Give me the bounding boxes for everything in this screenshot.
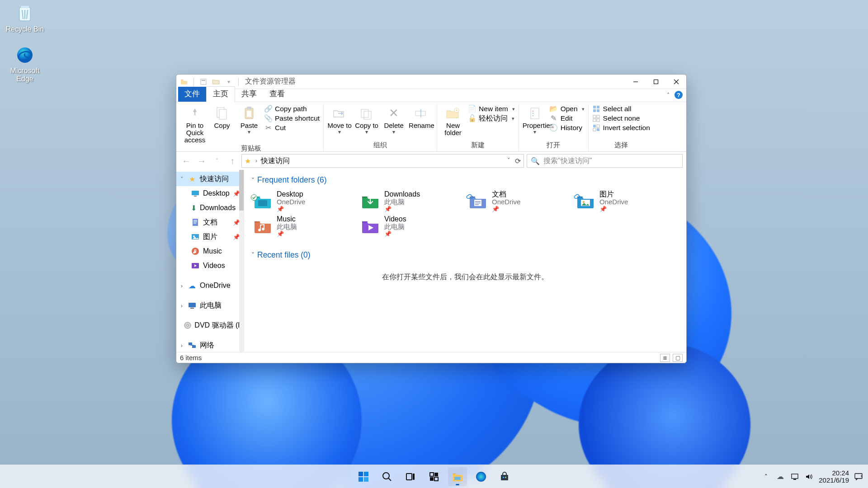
taskbar-clock[interactable]: 20:24 2021/6/19 — [819, 469, 849, 484]
cut-button[interactable]: ✂Cut — [264, 124, 320, 132]
breadcrumb-quick-access[interactable]: 快速访问 — [261, 156, 290, 166]
chevron-right-icon[interactable]: › — [179, 282, 184, 289]
chevron-down-icon[interactable]: ˅ — [179, 176, 184, 183]
tray-overflow-icon[interactable]: ˄ — [761, 472, 771, 482]
nav-back-button[interactable]: ← — [180, 155, 193, 167]
svg-rect-26 — [593, 109, 596, 112]
sidebar-dvd[interactable]: ›DVD 驱动器 (D:) — [176, 318, 244, 333]
refresh-icon[interactable]: ⟳ — [515, 157, 521, 165]
svg-point-23 — [532, 115, 533, 117]
edge-taskbar-button[interactable] — [472, 467, 491, 486]
folder-item-music[interactable]: Music此电脑📌 — [251, 214, 356, 238]
copy-path-button[interactable]: 🔗Copy path — [264, 105, 320, 113]
large-icons-view-button[interactable]: ▢ — [673, 354, 683, 362]
folder-item-downloads[interactable]: Downloads此电脑📌 — [359, 189, 464, 213]
delete-button[interactable]: ✕ Delete▾ — [382, 104, 406, 135]
chevron-right-icon[interactable]: › — [179, 342, 184, 349]
svg-text:1: 1 — [860, 474, 863, 478]
history-button[interactable]: 🕘History — [550, 124, 585, 132]
address-bar[interactable]: ★ › 快速访问 ˅ ⟳ — [241, 154, 524, 168]
tab-home[interactable]: 主页 — [206, 86, 235, 102]
edit-button[interactable]: ✎Edit — [550, 114, 585, 122]
sidebar-onedrive[interactable]: ›☁OneDrive — [176, 278, 244, 293]
sidebar-quick-access[interactable]: ˅ ★ 快速访问 — [176, 172, 244, 186]
qat-folder-icon[interactable] — [179, 77, 189, 87]
select-none-button[interactable]: Select none — [592, 114, 650, 122]
sidebar-scrollbar[interactable] — [239, 170, 244, 352]
maximize-button[interactable] — [646, 75, 666, 89]
properties-button[interactable]: Properties▾ — [523, 104, 547, 135]
svg-rect-35 — [597, 128, 599, 131]
folder-item-documents[interactable]: 文档OneDrive📌 — [467, 189, 571, 213]
pictures-icon — [191, 232, 200, 241]
svg-rect-39 — [193, 220, 197, 221]
paste-shortcut-button[interactable]: 📎Paste shortcut — [264, 114, 320, 122]
open-button[interactable]: 📂Open▾ — [550, 105, 585, 113]
qat-dropdown-icon[interactable]: ▾ — [224, 77, 234, 87]
svg-rect-29 — [597, 115, 599, 118]
invert-selection-button[interactable]: Invert selection — [592, 124, 650, 132]
svg-point-21 — [532, 111, 533, 112]
svg-rect-12 — [247, 107, 251, 109]
edge-icon[interactable]: Microsoft Edge — [5, 45, 45, 83]
nav-history-dropdown[interactable]: ˅ — [211, 155, 223, 167]
ribbon-collapse-icon[interactable]: ˄ — [667, 92, 670, 99]
qat-newfolder-icon[interactable] — [211, 77, 221, 87]
file-explorer-taskbar-button[interactable] — [448, 467, 467, 486]
folder-item-desktop[interactable]: DesktopOneDrive📌 — [251, 189, 356, 213]
pin-quick-access-button[interactable]: Pin to Quick access — [183, 104, 207, 143]
copy-to-button[interactable]: Copy to▾ — [354, 104, 379, 135]
move-to-button[interactable]: Move to▾ — [327, 104, 352, 135]
network-tray-icon[interactable] — [790, 472, 800, 482]
tab-share[interactable]: 共享 — [235, 87, 263, 102]
details-view-button[interactable]: ≣ — [660, 354, 670, 362]
sidebar-network[interactable]: ›网络 — [176, 338, 244, 352]
store-taskbar-button[interactable] — [495, 467, 514, 486]
recycle-bin-icon[interactable]: Recycle Bin — [5, 4, 45, 33]
volume-tray-icon[interactable] — [804, 472, 814, 482]
sidebar-item-videos[interactable]: Videos — [176, 258, 244, 273]
new-item-button[interactable]: 📄New item▾ — [468, 105, 515, 113]
copy-button[interactable]: Copy — [210, 104, 234, 129]
new-folder-button[interactable]: ✦ New folder — [441, 104, 465, 136]
notifications-tray-icon[interactable]: 1 — [854, 472, 863, 482]
onedrive-tray-icon[interactable]: ☁ — [775, 472, 785, 482]
search-button[interactable] — [377, 467, 396, 486]
start-button[interactable] — [354, 467, 373, 486]
recent-files-header[interactable]: ˅ Recent files (0) — [251, 250, 679, 260]
sidebar-item-documents[interactable]: 文档📌 — [176, 215, 244, 230]
svg-rect-36 — [192, 191, 199, 195]
sidebar-item-desktop[interactable]: Desktop📌 — [176, 186, 244, 201]
easy-access-button[interactable]: 🔓轻松访问▾ — [468, 114, 515, 122]
address-dropdown-icon[interactable]: ˅ — [507, 157, 510, 165]
nav-up-button[interactable]: ↑ — [226, 155, 239, 167]
nav-forward-button[interactable]: → — [195, 155, 208, 167]
search-box[interactable]: 🔍 — [527, 154, 683, 168]
folder-item-pictures[interactable]: 图片OneDrive📌 — [574, 189, 679, 213]
disc-icon — [184, 321, 191, 330]
videos-icon — [191, 261, 200, 270]
paste-button[interactable]: Paste ▾ — [237, 104, 261, 135]
recent-empty-message: 在你打开某些文件后，我们会在此处显示最新文件。 — [251, 272, 679, 282]
frequent-folders-header[interactable]: ˅ Frequent folders (6) — [251, 175, 679, 185]
svg-text:✦: ✦ — [455, 108, 458, 113]
sidebar-item-downloads[interactable]: ⬇Downloads📌 — [176, 201, 244, 215]
help-icon[interactable]: ? — [675, 91, 683, 99]
tab-view[interactable]: 查看 — [263, 87, 291, 102]
widgets-button[interactable] — [425, 467, 443, 486]
chevron-right-icon[interactable]: › — [179, 302, 184, 309]
close-button[interactable] — [666, 75, 686, 89]
folder-item-videos[interactable]: Videos此电脑📌 — [359, 214, 464, 238]
search-input[interactable] — [543, 157, 679, 165]
sidebar-item-pictures[interactable]: 图片📌 — [176, 230, 244, 244]
minimize-button[interactable] — [625, 75, 646, 89]
svg-rect-62 — [364, 472, 368, 476]
task-view-button[interactable] — [401, 467, 420, 486]
tab-file[interactable]: 文件 — [178, 87, 206, 102]
svg-rect-67 — [406, 474, 412, 480]
sidebar-this-pc[interactable]: ›此电脑 — [176, 298, 244, 313]
rename-button[interactable]: Rename — [409, 104, 433, 129]
qat-properties-icon[interactable] — [198, 77, 208, 87]
sidebar-item-music[interactable]: Music — [176, 244, 244, 258]
select-all-button[interactable]: Select all — [592, 105, 650, 113]
